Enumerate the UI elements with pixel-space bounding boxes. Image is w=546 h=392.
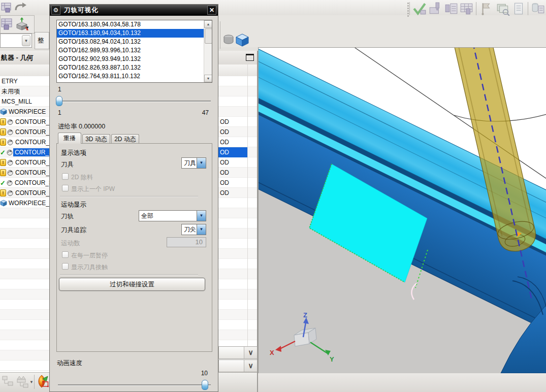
workpiece-tool-icon[interactable] [428, 2, 442, 16]
expand-chevron-button[interactable]: ∨ [244, 347, 257, 358]
goto-list-item[interactable]: GOTO/162.826,93.887,10.132 [57, 63, 212, 72]
chevron-down-icon[interactable]: ▼ [197, 158, 206, 168]
tree-item[interactable]: MCS_MILL [0, 96, 49, 107]
layer-grid-icon[interactable] [1, 17, 14, 30]
tree-item[interactable]: !CONTOUR_S [0, 188, 49, 198]
progress-min-label: 1 [58, 109, 61, 116]
tree-item[interactable]: !CONTOUR_A [0, 127, 49, 137]
scroll-up-button[interactable]: ▲ [204, 20, 212, 28]
close-icon[interactable]: ✕ [207, 6, 216, 15]
method-column-cell[interactable]: OD [218, 188, 247, 198]
axis-label-y: Y [330, 355, 334, 363]
motion-count-input[interactable]: 10 [167, 237, 206, 247]
program-order-view-icon[interactable] [2, 375, 14, 388]
checkbox-show-tool-contact[interactable] [62, 263, 69, 270]
toolpath-display-combobox[interactable]: 全部 ▼ [139, 210, 206, 221]
method-column-cell[interactable]: OD [218, 137, 247, 147]
maximize-icon[interactable] [246, 54, 254, 61]
method-column-cell[interactable]: OD [218, 147, 247, 157]
toolpath-visualization-dialog: ⚙ 刀轨可视化 ✕ GOTO/163.180,94.034,58.178GOTO… [49, 4, 218, 392]
tree-item[interactable]: ETRY [0, 76, 49, 86]
fit-view-button[interactable]: 整 [35, 32, 49, 49]
dialog-title: 刀轨可视化 [64, 6, 99, 15]
checkbox-2d-material[interactable] [62, 173, 69, 180]
animation-speed-slider-thumb[interactable] [202, 380, 208, 390]
chevron-down-icon[interactable]: ▼ [197, 224, 206, 235]
method-column-cell[interactable]: OD [218, 178, 247, 188]
partial-toolbar-icon[interactable] [1, 1, 13, 13]
method-column-cell[interactable]: OD [218, 127, 247, 137]
viewport-3d-scene[interactable]: Z X Y [259, 48, 546, 373]
geometry-analysis-icon[interactable] [36, 374, 50, 389]
animation-speed-slider-track[interactable] [58, 384, 211, 386]
column-divider[interactable] [247, 64, 248, 346]
workpiece-box-icon[interactable] [236, 33, 249, 47]
tree-item[interactable]: ✓CONTOUR_S [0, 147, 49, 157]
method-column-cell[interactable]: OD [218, 168, 247, 178]
combobox-caret[interactable]: ▼ [22, 35, 30, 46]
arrow-tool-icon[interactable] [14, 1, 27, 13]
tree-item[interactable]: !CONTOUR_A [0, 117, 49, 127]
tree-item[interactable]: 未用项 [0, 86, 49, 96]
tool-trace-label: 刀具追踪 [61, 226, 86, 235]
collapsed-section-bar[interactable]: ∨ [218, 360, 258, 372]
method-column-cell[interactable]: OD [218, 117, 247, 127]
blank-stock-icon[interactable] [222, 34, 235, 47]
tree-item[interactable]: ✓CONTOUR_S [0, 178, 49, 188]
flag-icon[interactable] [479, 2, 493, 16]
goto-list-item[interactable]: GOTO/162.989,93.996,10.132 [57, 46, 212, 55]
tool-display-combobox[interactable]: 刀具 ▼ [181, 157, 206, 169]
tree-item[interactable]: !CONTOUR_S [0, 137, 49, 147]
verify-toolpath-icon[interactable] [412, 2, 427, 16]
gouge-collision-settings-button[interactable]: 过切和碰撞设置 [59, 278, 205, 291]
document-icon[interactable] [511, 2, 526, 16]
feed-rate-label: 进给率 [58, 123, 77, 130]
check-icon: ✓ [0, 149, 6, 156]
machine-tool-view-icon[interactable] [16, 374, 29, 388]
chevron-down-icon[interactable]: ▼ [197, 211, 206, 221]
tree-item[interactable]: WORKPIECE [0, 107, 49, 117]
checkbox-pause-each-level[interactable] [62, 251, 69, 258]
goto-list-item[interactable]: GOTO/163.180,94.034,10.132 [57, 29, 212, 38]
method-column-cell[interactable]: OD [218, 157, 247, 168]
tab-replay[interactable]: 重播 [58, 133, 81, 144]
goto-list[interactable]: GOTO/163.180,94.034,58.178GOTO/163.180,9… [56, 20, 212, 83]
layer-sheets-icon[interactable] [496, 2, 510, 16]
workpiece-icon [0, 108, 7, 115]
view-combobox[interactable]: ▼ [0, 34, 32, 48]
goto-list-item[interactable]: GOTO/163.180,94.034,58.178 [57, 20, 212, 29]
tool-list-icon[interactable] [444, 2, 458, 16]
tree-item[interactable]: !CONTOUR_S [0, 157, 49, 168]
workpiece-icon [0, 200, 7, 207]
operation-icon [7, 128, 14, 136]
scroll-down-button[interactable]: ▼ [204, 75, 212, 82]
progress-slider-thumb[interactable] [56, 96, 62, 106]
goto-list-item[interactable]: GOTO/162.902,93.949,10.132 [57, 55, 212, 63]
scrollbar[interactable]: ▲ ▼ [204, 20, 212, 82]
goto-list-item[interactable]: GOTO/163.082,94.024,10.132 [57, 38, 212, 46]
tree-item-label: CONTOUR_S [13, 179, 49, 187]
graphics-viewport[interactable]: Z X Y [258, 47, 546, 373]
expand-chevron-button[interactable]: ∨ [244, 360, 257, 372]
toolbar-dropdown-caret[interactable]: ▼ [25, 25, 29, 30]
collapsed-section-bar[interactable]: ∨ [218, 346, 258, 359]
tool-trace-combobox[interactable]: 刀尖 ▼ [181, 224, 206, 235]
tab-2d-dynamic[interactable]: 2D 动态 [111, 134, 139, 144]
tree-item[interactable]: !CONTOUR_S [0, 168, 49, 178]
tree-item[interactable]: WORKPIECE_1 [0, 198, 49, 208]
machine-grid-icon[interactable] [460, 2, 474, 16]
progress-slider-track[interactable] [58, 101, 211, 102]
tool-table-icon[interactable] [531, 2, 545, 16]
gear-icon[interactable]: ⚙ [51, 6, 60, 15]
checkbox-show-ipw[interactable] [62, 185, 69, 191]
tab-3d-dynamic[interactable]: 3D 动态 [82, 134, 110, 144]
view-dropdown-caret[interactable]: ▼ [29, 380, 34, 384]
tree-item-label: 未用项 [0, 87, 21, 96]
application-window: ▼ ▼ 整 航器 - 几何 ETRY未用项MCS_MILLWORKPIECE!C… [0, 0, 546, 392]
motion-count-label: 运动数 [61, 239, 80, 248]
dialog-titlebar[interactable]: ⚙ 刀轨可视化 ✕ [50, 5, 218, 16]
goto-list-item[interactable]: GOTO/162.764,93.811,10.132 [57, 72, 212, 81]
operation-icon [7, 118, 14, 125]
scrollbar-thumb[interactable] [205, 28, 212, 44]
tree-item-label: CONTOUR_S [14, 169, 49, 177]
